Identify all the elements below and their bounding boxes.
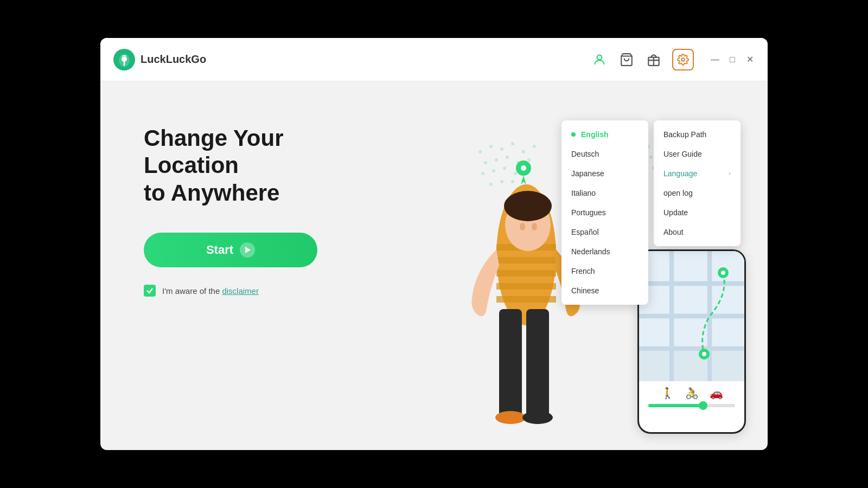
lang-item-italiano[interactable]: Italiano — [561, 183, 648, 203]
svg-point-5 — [681, 58, 685, 61]
headline: Change Your Location to Anywhere — [144, 125, 382, 207]
app-title: LuckLuckGo — [141, 53, 206, 66]
lang-item-chinese[interactable]: Chinese — [561, 281, 648, 300]
svg-point-112 — [702, 352, 706, 356]
svg-point-92 — [495, 411, 526, 424]
svg-point-10 — [511, 142, 514, 145]
chevron-right-icon: › — [729, 170, 731, 177]
lang-item-japanese[interactable]: Japanese — [561, 164, 648, 183]
lang-item-french[interactable]: French — [561, 261, 648, 281]
walk-icon: 🚶 — [661, 387, 674, 400]
left-panel: Change Your Location to Anywhere Start — [100, 81, 415, 450]
svg-rect-102 — [712, 251, 746, 281]
menu-item-backup-path[interactable]: Backup Path — [654, 125, 741, 144]
phone-map — [639, 251, 744, 381]
main-content: Change Your Location to Anywhere Start — [100, 81, 768, 450]
speed-slider-thumb — [699, 401, 707, 410]
svg-point-110 — [721, 271, 725, 275]
gift-icon[interactable] — [645, 51, 662, 68]
lang-item-deutsch[interactable]: Deutsch — [561, 144, 648, 164]
menu-item-user-guide[interactable]: User Guide — [654, 144, 741, 164]
svg-rect-85 — [496, 296, 556, 303]
disclaimer-text: I'm aware of the disclaimer — [162, 286, 259, 296]
svg-rect-83 — [496, 270, 556, 277]
menu-item-open-log[interactable]: open log — [654, 183, 741, 203]
svg-marker-6 — [245, 247, 251, 253]
bike-icon: 🚴 — [685, 387, 699, 400]
svg-point-2 — [597, 55, 602, 60]
menu-item-language[interactable]: Language › — [654, 164, 741, 183]
lang-item-english[interactable]: English — [561, 125, 648, 144]
svg-rect-90 — [499, 309, 522, 418]
svg-point-87 — [504, 191, 552, 221]
menu-item-about[interactable]: About — [654, 222, 741, 242]
profile-icon[interactable] — [591, 51, 608, 68]
titlebar-controls: — □ ✕ — [591, 49, 755, 70]
svg-rect-106 — [639, 319, 669, 346]
app-logo-icon — [113, 49, 135, 70]
svg-rect-101 — [674, 251, 707, 281]
svg-point-89 — [532, 223, 537, 230]
svg-point-1 — [122, 56, 127, 62]
window-controls: — □ ✕ — [710, 55, 755, 65]
svg-rect-105 — [712, 286, 746, 313]
svg-rect-84 — [496, 283, 556, 290]
close-button[interactable]: ✕ — [745, 55, 755, 65]
lang-item-nederlands[interactable]: Nederlands — [561, 242, 648, 261]
start-button-label: Start — [206, 243, 233, 257]
svg-point-79 — [521, 165, 526, 171]
lang-item-espanol[interactable]: Español — [561, 222, 648, 242]
svg-point-42 — [649, 156, 653, 159]
svg-rect-104 — [674, 286, 707, 313]
speed-slider[interactable] — [648, 404, 735, 407]
svg-rect-108 — [712, 319, 746, 346]
svg-point-88 — [520, 223, 525, 230]
disclaimer-link[interactable]: disclaimer — [222, 286, 259, 296]
phone-card: 🚶 🚴 🚗 — [637, 249, 746, 434]
menu-item-update[interactable]: Update — [654, 203, 741, 222]
titlebar: LuckLuckGo — [100, 38, 768, 81]
language-submenu: English Deutsch Japanese Italiano Portug… — [561, 120, 648, 305]
disclaimer-checkbox[interactable] — [144, 285, 156, 297]
car-icon: 🚗 — [710, 387, 723, 400]
maximize-button[interactable]: □ — [727, 55, 737, 65]
app-window: LuckLuckGo — [100, 38, 768, 450]
logo-area: LuckLuckGo — [113, 49, 591, 70]
disclaimer-row: I'm aware of the disclaimer — [144, 285, 382, 297]
svg-point-93 — [522, 411, 553, 424]
play-icon — [240, 242, 255, 258]
speed-slider-fill — [648, 404, 700, 407]
minimize-button[interactable]: — — [710, 55, 720, 65]
start-button[interactable]: Start — [144, 233, 317, 267]
selected-indicator — [571, 132, 576, 137]
settings-button[interactable] — [672, 49, 694, 70]
phone-bottom: 🚶 🚴 🚗 — [639, 381, 744, 413]
transport-icons: 🚶 🚴 🚗 — [661, 387, 723, 400]
lang-item-portugues[interactable]: Portugues — [561, 203, 648, 222]
svg-rect-91 — [526, 309, 549, 418]
cart-icon[interactable] — [618, 51, 635, 68]
settings-dropdown: Backup Path User Guide Language › open l… — [654, 120, 741, 246]
svg-rect-82 — [496, 257, 556, 264]
